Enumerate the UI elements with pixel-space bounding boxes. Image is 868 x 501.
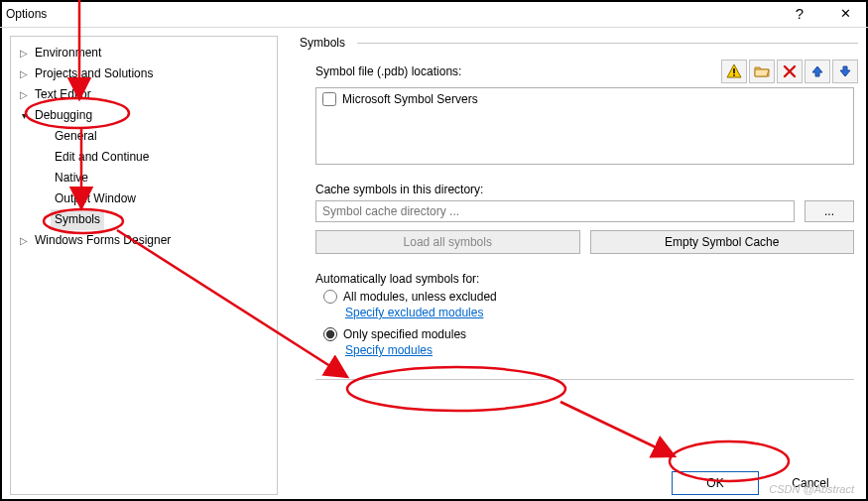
title-bar: Options ? ✕ — [0, 0, 868, 28]
open-folder-icon[interactable] — [749, 60, 775, 83]
radio-all-modules-row[interactable]: All modules, unless excluded — [323, 290, 858, 304]
auto-load-label: Automatically load symbols for: — [315, 272, 858, 286]
chevron-right-icon: ▷ — [17, 63, 31, 84]
tree-item-label: Native — [51, 168, 92, 188]
tree-item-native[interactable]: Native — [11, 168, 277, 188]
chevron-right-icon: ▷ — [17, 84, 31, 105]
window-title: Options — [6, 7, 47, 21]
delete-icon[interactable] — [777, 60, 803, 83]
ok-button[interactable]: OK — [672, 471, 759, 495]
cancel-button[interactable]: Cancel — [767, 471, 854, 495]
locations-listbox[interactable]: Microsoft Symbol Servers — [315, 87, 854, 165]
link-specify-modules[interactable]: Specify modules — [345, 343, 433, 357]
tree-item-texteditor[interactable]: ▷ Text Editor — [11, 84, 277, 105]
locations-toolbar — [721, 60, 858, 83]
tree-item-label: Edit and Continue — [51, 147, 153, 168]
link-specify-excluded[interactable]: Specify excluded modules — [345, 306, 483, 319]
load-all-symbols-button[interactable]: Load all symbols — [315, 230, 580, 254]
tree-item-label: Projects and Solutions — [31, 63, 157, 84]
tree-item-label: Output Window — [51, 188, 140, 209]
tree-item-label: Text Editor — [31, 84, 95, 105]
radio-only-specified-row[interactable]: Only specified modules — [323, 327, 858, 341]
radio-only-specified[interactable] — [323, 327, 337, 341]
tree-item-general[interactable]: General — [11, 126, 277, 147]
tree-item-edit-continue[interactable]: Edit and Continue — [11, 147, 277, 168]
close-button[interactable]: ✕ — [822, 0, 868, 27]
help-button[interactable]: ? — [777, 0, 822, 27]
chevron-down-icon: ▾ — [17, 105, 31, 126]
tree-item-environment[interactable]: ▷ Environment — [11, 43, 277, 63]
tree-item-debugging[interactable]: ▾ Debugging — [11, 105, 277, 126]
section-title: Symbols — [300, 36, 345, 50]
ms-symbol-servers-row[interactable]: Microsoft Symbol Servers — [322, 92, 847, 106]
tree-item-symbols[interactable]: Symbols — [11, 209, 277, 230]
radio-all-modules[interactable] — [323, 290, 337, 304]
chevron-right-icon: ▷ — [17, 230, 31, 251]
tree-item-label: Environment — [31, 43, 105, 63]
ms-symbol-servers-checkbox[interactable] — [322, 92, 336, 106]
tree-item-label: Symbols — [51, 209, 104, 230]
section-header: Symbols — [300, 36, 858, 50]
chevron-right-icon: ▷ — [17, 43, 31, 63]
ms-symbol-servers-label: Microsoft Symbol Servers — [342, 92, 478, 106]
locations-label: Symbol file (.pdb) locations: — [315, 64, 461, 78]
tree-item-label: Debugging — [31, 105, 96, 126]
move-up-button[interactable] — [805, 60, 830, 83]
radio-all-modules-label: All modules, unless excluded — [343, 290, 497, 304]
tree-item-projects[interactable]: ▷ Projects and Solutions — [11, 63, 277, 84]
svg-rect-2 — [733, 74, 735, 76]
options-tree[interactable]: ▷ Environment ▷ Projects and Solutions ▷… — [10, 36, 278, 495]
move-down-button[interactable] — [832, 60, 858, 83]
empty-symbol-cache-button[interactable]: Empty Symbol Cache — [590, 230, 855, 254]
tree-item-label: General — [51, 126, 101, 147]
dialog-footer: OK Cancel — [300, 456, 854, 495]
tree-item-wfd[interactable]: ▷ Windows Forms Designer — [11, 230, 277, 251]
radio-only-specified-label: Only specified modules — [343, 327, 466, 341]
warning-icon[interactable] — [721, 60, 747, 83]
browse-cache-button[interactable]: ... — [805, 200, 854, 222]
cache-directory-input[interactable] — [315, 200, 795, 222]
tree-item-output-window[interactable]: Output Window — [11, 188, 277, 209]
cache-label: Cache symbols in this directory: — [315, 183, 854, 196]
svg-rect-1 — [733, 68, 735, 73]
tree-item-label: Windows Forms Designer — [31, 230, 175, 251]
